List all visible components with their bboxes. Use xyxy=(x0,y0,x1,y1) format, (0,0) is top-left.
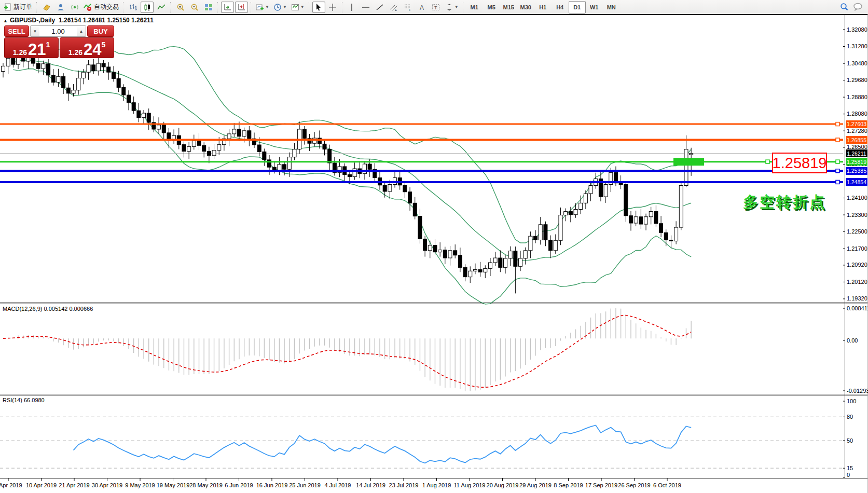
volume-stepper: ▼ 1.00 ▲ xyxy=(30,25,86,37)
price-callout[interactable]: 1.25819 xyxy=(772,153,827,173)
buy-price-big: 24 xyxy=(84,43,101,56)
volume-input[interactable]: 1.00 xyxy=(39,26,77,36)
symbol-period-label: GBPUSD-,Daily xyxy=(10,17,55,24)
buy-button[interactable]: BUY xyxy=(87,25,114,37)
collapse-arrow-icon[interactable]: ▲ xyxy=(3,18,8,23)
one-click-trading-panel: SELL ▼ 1.00 ▲ BUY 1.26 21 1 1.26 24 5 xyxy=(4,25,114,58)
volume-down-button[interactable]: ▼ xyxy=(31,26,39,36)
sell-price-sup: 1 xyxy=(46,40,50,49)
sell-price-display[interactable]: 1.26 21 1 xyxy=(4,37,59,58)
sell-price-big: 21 xyxy=(28,43,46,56)
volume-up-button[interactable]: ▲ xyxy=(77,26,86,36)
chart-title: ▲GBPUSD-,Daily 1.26154 1.26481 1.25150 1… xyxy=(3,17,154,24)
buy-price-prefix: 1.26 xyxy=(68,49,82,56)
annotation-text[interactable]: 多空转折点 xyxy=(743,192,826,213)
sell-button[interactable]: SELL xyxy=(4,25,29,37)
buy-price-display[interactable]: 1.26 24 5 xyxy=(60,37,114,58)
ohlc-label: 1.26154 1.26481 1.25150 1.26211 xyxy=(59,17,154,24)
chart-canvas[interactable] xyxy=(0,0,868,493)
buy-price-sup: 5 xyxy=(101,40,105,49)
sell-price-prefix: 1.26 xyxy=(13,49,27,56)
